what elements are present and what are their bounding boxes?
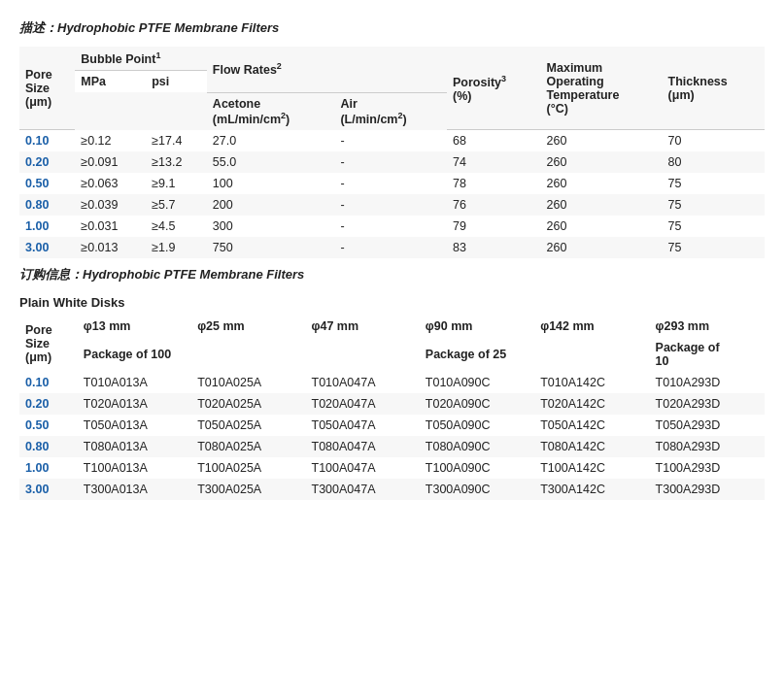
props-cell: 260 xyxy=(541,237,663,258)
props-cell: 75 xyxy=(663,237,765,258)
order-row: 0.80T080A013AT080A025AT080A047AT080A090C… xyxy=(19,436,765,457)
order-cell: T300A293D xyxy=(650,479,765,500)
order-cell: 0.50 xyxy=(19,415,78,436)
props-cell: 260 xyxy=(541,151,663,173)
props-cell: 78 xyxy=(447,173,541,194)
props-cell: 0.20 xyxy=(19,151,75,173)
order-cell: T300A090C xyxy=(420,479,534,500)
order-cell: T050A013A xyxy=(78,415,191,436)
pore-size-header: PoreSize(μm) xyxy=(19,47,75,130)
props-row: 0.20≥0.091≥13.255.0-7426080 xyxy=(19,151,765,173)
props-cell: 76 xyxy=(447,194,541,216)
air-header: Air(L/min/cm2) xyxy=(334,92,447,130)
props-cell: 75 xyxy=(663,216,765,237)
psi-header: psi xyxy=(146,71,207,93)
order-cell: T300A013A xyxy=(78,479,191,500)
order-row: 0.50T050A013AT050A025AT050A047AT050A090C… xyxy=(19,415,765,436)
props-cell: 3.00 xyxy=(19,237,75,258)
props-cell: ≥0.031 xyxy=(75,216,146,237)
order-cell: 3.00 xyxy=(19,479,78,500)
order-cell: T300A142C xyxy=(534,479,649,500)
order-info-value: Hydrophobic PTFE Membrane Filters xyxy=(83,267,304,282)
order-row: 0.10T010A013AT010A025AT010A047AT010A090C… xyxy=(19,372,765,393)
props-cell: - xyxy=(334,151,447,173)
order-cell: T020A013A xyxy=(78,393,191,415)
props-row: 1.00≥0.031≥4.5300-7926075 xyxy=(19,216,765,237)
props-cell: 75 xyxy=(663,173,765,194)
props-cell: ≥4.5 xyxy=(146,216,207,237)
phi25-header: φ25 mm xyxy=(191,316,305,337)
order-pore-size-header: PoreSize(μm) xyxy=(19,316,78,372)
props-row: 0.80≥0.039≥5.7200-7626075 xyxy=(19,194,765,216)
order-cell: T020A293D xyxy=(650,393,765,415)
props-cell: - xyxy=(334,130,447,152)
props-cell: 100 xyxy=(207,173,335,194)
phi13-header: φ13 mm xyxy=(78,316,191,337)
porosity-header: Porosity3(%) xyxy=(447,47,541,130)
order-cell: T080A293D xyxy=(650,436,765,457)
order-cell: T050A293D xyxy=(650,415,765,436)
props-cell: ≥1.9 xyxy=(146,237,207,258)
props-cell: 260 xyxy=(541,194,663,216)
order-row: 3.00T300A013AT300A025AT300A047AT300A090C… xyxy=(19,479,765,500)
props-cell: 300 xyxy=(207,216,335,237)
phi293-header: φ293 mm xyxy=(650,316,765,337)
order-cell: T300A025A xyxy=(191,479,305,500)
props-cell: ≥0.12 xyxy=(75,130,146,152)
phi90-header: φ90 mm xyxy=(420,316,534,337)
psi-header2 xyxy=(146,92,207,130)
order-cell: T100A090C xyxy=(420,457,534,479)
props-cell: 68 xyxy=(447,130,541,152)
order-cell: T080A090C xyxy=(420,436,534,457)
props-cell: 79 xyxy=(447,216,541,237)
order-cell: T080A013A xyxy=(78,436,191,457)
props-cell: ≥9.1 xyxy=(146,173,207,194)
props-cell: - xyxy=(334,194,447,216)
props-cell: 750 xyxy=(207,237,335,258)
order-cell: T010A025A xyxy=(191,372,305,393)
properties-table: PoreSize(μm) Bubble Point1 Flow Rates2 P… xyxy=(19,47,765,258)
thickness-header: Thickness(μm) xyxy=(663,47,765,130)
order-cell: T080A142C xyxy=(534,436,649,457)
order-info-label: 订购信息： xyxy=(19,267,83,282)
props-cell: - xyxy=(334,216,447,237)
mpa-header: MPa xyxy=(75,71,146,93)
props-cell: 0.10 xyxy=(19,130,75,152)
order-cell: T300A047A xyxy=(306,479,420,500)
order-row: 1.00T100A013AT100A025AT100A047AT100A090C… xyxy=(19,457,765,479)
order-cell: T010A013A xyxy=(78,372,191,393)
acetone-header: Acetone(mL/min/cm2) xyxy=(207,92,335,130)
props-cell: 55.0 xyxy=(207,151,335,173)
props-cell: 80 xyxy=(663,151,765,173)
mpa-header2 xyxy=(75,92,146,130)
order-row: 0.20T020A013AT020A025AT020A047AT020A090C… xyxy=(19,393,765,415)
props-cell: 75 xyxy=(663,194,765,216)
description-label: 描述： xyxy=(19,20,57,35)
order-cell: 1.00 xyxy=(19,457,78,479)
order-cell: 0.10 xyxy=(19,372,78,393)
props-cell: ≥0.063 xyxy=(75,173,146,194)
pkg25-header: Package of 25 xyxy=(420,337,650,372)
order-cell: T020A142C xyxy=(534,393,649,415)
order-cell: T080A025A xyxy=(191,436,305,457)
pkg10-header: Package of10 xyxy=(650,337,765,372)
order-cell: 0.20 xyxy=(19,393,78,415)
order-cell: T010A293D xyxy=(650,372,765,393)
props-cell: 74 xyxy=(447,151,541,173)
order-cell: T010A142C xyxy=(534,372,649,393)
order-cell: T100A047A xyxy=(306,457,420,479)
order-cell: T100A013A xyxy=(78,457,191,479)
props-cell: 27.0 xyxy=(207,130,335,152)
order-subsection-title: Plain White Disks xyxy=(19,295,765,310)
description-value: Hydrophobic PTFE Membrane Filters xyxy=(57,20,279,35)
props-cell: ≥0.039 xyxy=(75,194,146,216)
order-cell: T100A025A xyxy=(191,457,305,479)
props-row: 3.00≥0.013≥1.9750-8326075 xyxy=(19,237,765,258)
props-row: 0.10≥0.12≥17.427.0-6826070 xyxy=(19,130,765,152)
order-cell: T050A142C xyxy=(534,415,649,436)
bubble-point-header: Bubble Point1 xyxy=(75,47,207,71)
max-temp-header: MaximumOperatingTemperature(°C) xyxy=(541,47,663,130)
props-cell: 1.00 xyxy=(19,216,75,237)
order-info-line: 订购信息：Hydrophobic PTFE Membrane Filters xyxy=(19,266,765,283)
props-cell: - xyxy=(334,237,447,258)
